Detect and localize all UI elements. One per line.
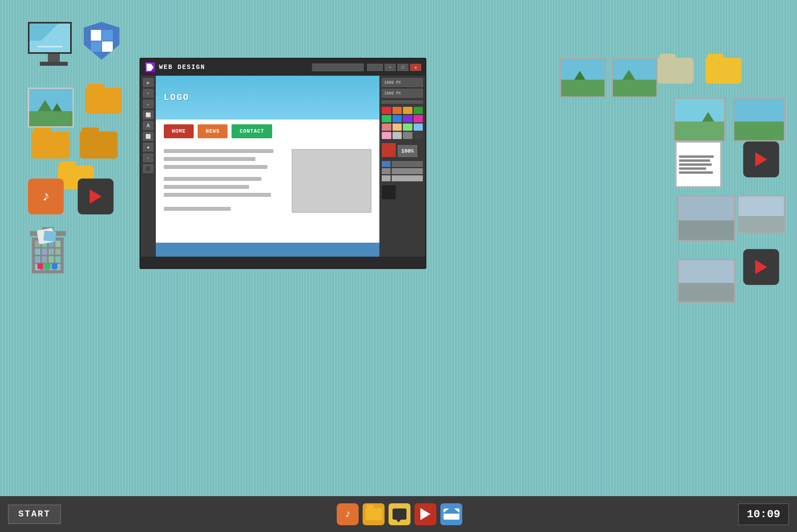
taskbar-icons: ♪ (337, 503, 462, 525)
minimize-button[interactable]: − (385, 64, 396, 71)
nav-news-button[interactable]: NEWS (198, 124, 228, 138)
gray-thumb-3[interactable] (677, 259, 735, 303)
swatch-dark[interactable] (414, 132, 423, 139)
text-line-4 (164, 177, 261, 181)
folder-left-2[interactable] (32, 132, 70, 159)
taskbar-music-icon[interactable]: ♪ (337, 503, 359, 525)
image-icon-right-1[interactable] (612, 58, 658, 98)
taskbar: START ♪ (0, 496, 797, 532)
swatch-purple[interactable] (403, 115, 412, 122)
text-line-2 (164, 157, 255, 161)
tool-square[interactable]: ⬛ (143, 164, 153, 173)
nav-contact-button[interactable]: CONTACT (232, 124, 272, 138)
swatch-lightred[interactable] (382, 124, 391, 131)
red-color-block[interactable] (382, 143, 396, 157)
window-titlebar: WEB DESIGN − □ ✕ (141, 59, 425, 76)
tools-panel: ▶ ≡ ✏ ⬜ A ⬜ ◆ ✏ ⬛ (141, 76, 156, 257)
layers-panel (382, 161, 423, 181)
maximize-button[interactable]: □ (397, 64, 408, 71)
swatch-red[interactable] (382, 107, 391, 114)
music-icon[interactable]: ♪ (28, 179, 64, 214)
play-icon-3 (755, 260, 767, 274)
folder-left-1[interactable] (86, 88, 122, 114)
layer-thumb-1[interactable] (382, 161, 391, 167)
layer-thumb-2[interactable] (382, 168, 391, 174)
image-icon-right-4[interactable] (673, 98, 725, 141)
site-image-placeholder (292, 149, 371, 213)
layer-bar-2[interactable] (392, 168, 423, 174)
text-line-1 (164, 149, 273, 153)
swatch-orange[interactable] (393, 107, 402, 114)
tool-text[interactable]: A (143, 121, 153, 130)
shield-shape (84, 22, 120, 60)
swatch-green[interactable] (414, 107, 423, 114)
swatch-lime[interactable] (382, 115, 391, 122)
youtube-icon-right[interactable] (743, 141, 779, 177)
tool-diamond[interactable]: ◆ (143, 143, 153, 151)
site-text-column (164, 149, 286, 215)
swatch-tan[interactable] (393, 124, 402, 131)
layer-bar-3[interactable] (392, 175, 423, 181)
taskbar-mail-icon[interactable] (440, 503, 462, 525)
trash-body (32, 238, 64, 273)
title-search-bar[interactable] (312, 63, 364, 71)
width-field[interactable]: 1600 PX (382, 78, 423, 87)
start-button[interactable]: START (8, 505, 61, 524)
tool-list[interactable]: ≡ (143, 89, 153, 98)
swatch-blue[interactable] (393, 115, 402, 122)
folder-right-yellow[interactable] (705, 58, 741, 84)
image-icon-left-1[interactable] (28, 88, 74, 128)
window-content: ▶ ≡ ✏ ⬜ A ⬜ ◆ ✏ ⬛ LOGO HOME NEWS CONTACT (141, 76, 425, 257)
height-field[interactable]: 1600 PX (382, 89, 423, 98)
swatch-lightpink[interactable] (382, 132, 391, 139)
clock: 10:09 (738, 503, 789, 525)
layer-row-1 (382, 161, 423, 167)
tool-rect[interactable]: ⬜ (143, 110, 153, 119)
monitor-screen (28, 22, 72, 54)
main-window: WEB DESIGN − □ ✕ ▶ ≡ ✏ ⬜ A ⬜ ◆ ✏ ⬛ LOGO (139, 58, 426, 269)
swatch-lightgreen[interactable] (403, 124, 412, 131)
tool-eraser[interactable]: ✏ (143, 153, 153, 162)
close-button[interactable]: ✕ (410, 64, 421, 71)
zoom-field[interactable]: 100% (398, 145, 417, 157)
taskbar-chat-icon[interactable] (389, 503, 410, 525)
monitor-base (40, 62, 68, 66)
trash-paper-blue (43, 231, 56, 242)
swatch-yellow[interactable] (403, 107, 412, 114)
tool-pencil[interactable]: ✏ (143, 100, 153, 108)
play-icon-2 (755, 152, 767, 167)
swatch-gray[interactable] (403, 132, 412, 139)
color-palette (382, 107, 423, 139)
taskbar-play-icon[interactable] (414, 503, 436, 525)
image-icon-right-2[interactable] (560, 58, 606, 98)
layer-bar-1[interactable] (392, 161, 423, 167)
youtube-icon-left[interactable] (78, 179, 114, 214)
folder-right-gray[interactable] (658, 58, 693, 84)
gray-thumb-2[interactable] (737, 195, 785, 233)
site-nav: HOME NEWS CONTACT (156, 120, 379, 143)
canvas-area[interactable]: LOGO HOME NEWS CONTACT (156, 76, 379, 257)
nav-home-button[interactable]: HOME (164, 124, 194, 138)
shield-icon[interactable] (84, 22, 124, 66)
monitor-icon[interactable] (28, 22, 80, 70)
youtube-icon-right-2[interactable] (743, 249, 779, 285)
swatch-pink[interactable] (414, 115, 423, 122)
swatch-skyblue[interactable] (414, 124, 423, 131)
text-line-7 (164, 207, 231, 211)
tool-shape[interactable]: ⬜ (143, 132, 153, 141)
layer-thumb-3[interactable] (382, 175, 391, 181)
layer-row-3 (382, 175, 423, 181)
taskbar-folder-icon[interactable] (363, 503, 385, 525)
document-icon-right[interactable] (675, 141, 721, 187)
text-line-5 (164, 185, 249, 189)
music-note-symbol: ♪ (41, 188, 50, 205)
play-icon (90, 189, 102, 204)
image-icon-right-3[interactable] (733, 98, 785, 141)
tool-cursor[interactable]: ▶ (143, 78, 153, 87)
gray-thumb-1[interactable] (677, 195, 735, 241)
swatch-silver[interactable] (393, 132, 402, 139)
app-icon (145, 62, 156, 73)
text-line-6 (164, 193, 271, 197)
scrollbar[interactable] (382, 100, 423, 104)
folder-left-3[interactable] (80, 132, 118, 159)
